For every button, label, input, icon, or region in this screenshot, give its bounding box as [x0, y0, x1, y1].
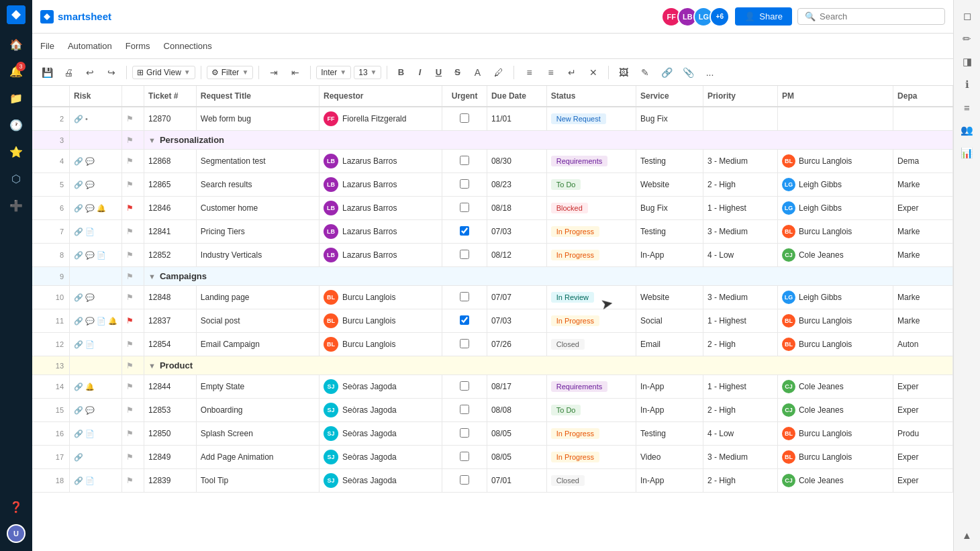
user-avatar[interactable]: U [7, 524, 26, 543]
group-collapse-arrow[interactable]: ▼ [148, 272, 156, 281]
flag-cell[interactable]: ⚑ [121, 286, 144, 309]
comment-icon[interactable]: 💬 [85, 251, 95, 260]
urgent-checkbox[interactable] [460, 381, 469, 391]
bold-button[interactable]: B [393, 64, 409, 81]
search-input[interactable] [820, 11, 938, 21]
flag-cell[interactable]: ⚑ [121, 399, 144, 422]
menu-file[interactable]: File [40, 37, 54, 55]
table-row[interactable]: 15 🔗💬 ⚑ 12853 Onboarding SJ Seòras Jagod… [32, 399, 953, 422]
urgent-cell[interactable] [442, 150, 487, 173]
bell-icon[interactable]: 🔔 [108, 317, 117, 325]
link-icon[interactable]: 🔗 [74, 115, 83, 123]
flag-cell[interactable]: ⚑ [121, 333, 144, 356]
col-header-title[interactable]: Request Title [196, 86, 319, 107]
table-row[interactable]: 7 🔗📄 ⚑ 12841 Pricing Tiers LB Lazarus Ba… [32, 220, 953, 244]
menu-automation[interactable]: Automation [68, 37, 112, 55]
align-left-button[interactable]: ≡ [520, 63, 538, 82]
flag-cell[interactable]: ⚑ [121, 173, 144, 197]
sidebar-icon-recent[interactable]: 🕐 [4, 113, 28, 137]
urgent-checkbox[interactable] [460, 405, 469, 414]
align-right-button[interactable]: ≡ [541, 63, 560, 82]
indent-button[interactable]: ⇥ [264, 63, 283, 82]
link-icon[interactable]: 🔗 [74, 251, 83, 260]
urgent-checkbox[interactable] [460, 226, 469, 236]
copy-icon[interactable]: 📄 [85, 340, 95, 349]
flag-cell[interactable]: ⚑ [121, 107, 144, 131]
more-button[interactable]: ... [700, 63, 719, 82]
urgent-checkbox[interactable] [460, 339, 469, 348]
undo-button[interactable]: ↩ [81, 63, 99, 82]
flag-icon[interactable]: ⚑ [126, 452, 134, 462]
copy-icon[interactable]: 📄 [85, 477, 95, 485]
group-collapse-arrow[interactable]: ▼ [148, 362, 156, 370]
table-row[interactable]: 16 🔗📄 ⚑ 12850 Splash Screen SJ Seòras Ja… [32, 422, 953, 446]
table-row[interactable]: 12 🔗📄 ⚑ 12854 Email Campaign BL Burcu La… [32, 333, 953, 356]
comment-icon[interactable]: 💬 [85, 204, 95, 213]
table-row[interactable]: 10 🔗💬 ⚑ 12848 Landing page BL Burcu Lang… [32, 286, 953, 309]
right-panel-icon-activity[interactable]: ◻ [957, 5, 978, 27]
table-row[interactable]: 17 🔗 ⚑ 12849 Add Page Animation SJ Seòra… [32, 446, 953, 469]
link-icon[interactable]: 🔗 [74, 317, 83, 325]
col-header-service[interactable]: Service [636, 86, 703, 107]
bell-icon[interactable]: 🔔 [97, 204, 106, 213]
urgent-cell[interactable] [442, 422, 487, 446]
flag-cell[interactable]: ⚑ [121, 375, 144, 399]
table-row[interactable]: 13 ⚑ ▼ Product [32, 356, 953, 375]
link-icon[interactable]: 🔗 [74, 406, 83, 415]
flag-icon[interactable]: ⚑ [126, 203, 134, 213]
table-row[interactable]: 11 🔗💬📄🔔 ⚑ 12837 Social post BL Burcu Lan… [32, 309, 953, 333]
comment-icon[interactable]: 💬 [85, 293, 95, 302]
copy-icon[interactable]: 📄 [85, 228, 95, 236]
copy-icon[interactable]: 📄 [97, 251, 106, 260]
filter-selector[interactable]: ⚙ Filter ▼ [207, 66, 254, 79]
copy-icon[interactable]: 📄 [85, 430, 95, 438]
urgent-cell[interactable] [442, 107, 487, 131]
urgent-checkbox[interactable] [460, 156, 469, 165]
urgent-checkbox[interactable] [460, 428, 469, 438]
urgent-cell[interactable] [442, 173, 487, 197]
urgent-cell[interactable] [442, 333, 487, 356]
col-header-status[interactable]: Status [546, 86, 636, 107]
image-button[interactable]: 🖼 [614, 63, 633, 82]
flag-icon[interactable]: ⚑ [126, 180, 134, 189]
copy-icon[interactable]: 📄 [97, 317, 106, 325]
link-icon[interactable]: 🔗 [74, 204, 83, 213]
flag-icon[interactable]: ⚑ [126, 293, 134, 302]
menu-forms[interactable]: Forms [126, 37, 150, 55]
table-row[interactable]: 5 🔗💬 ⚑ 12865 Search results LB Lazarus B… [32, 173, 953, 197]
underline-button[interactable]: U [430, 64, 446, 81]
link-icon[interactable]: 🔗 [74, 293, 83, 302]
urgent-cell[interactable] [442, 309, 487, 333]
right-panel-icon-info[interactable]: ℹ [957, 74, 978, 95]
table-row[interactable]: 9 ⚑ ▼ Campaigns [32, 267, 953, 286]
urgent-checkbox[interactable] [460, 203, 469, 212]
font-selector[interactable]: Inter ▼ [316, 66, 351, 79]
link-icon[interactable]: 🔗 [74, 181, 83, 189]
link-icon[interactable]: 🔗 [74, 340, 83, 349]
col-header-pm[interactable]: PM [777, 86, 893, 107]
menu-connections[interactable]: Connections [164, 37, 212, 55]
flag-outline-icon[interactable]: • [85, 115, 88, 123]
col-header-risk[interactable]: Risk [70, 86, 122, 107]
flag-cell[interactable]: ⚑ [121, 446, 144, 469]
flag-cell[interactable]: ⚑ [121, 309, 144, 333]
flag-icon[interactable]: ⚑ [126, 476, 134, 485]
flag-icon[interactable]: ⚑ [126, 429, 134, 438]
flag-icon[interactable]: ⚑ [126, 316, 134, 325]
urgent-checkbox[interactable] [460, 315, 469, 325]
table-row[interactable]: 8 🔗💬📄 ⚑ 12852 Industry Verticals LB Laza… [32, 244, 953, 267]
link-icon[interactable]: 🔗 [74, 430, 83, 438]
flag-icon[interactable]: ⚑ [126, 227, 134, 236]
collaborator-more-badge[interactable]: +6 [709, 7, 730, 27]
sidebar-icon-folders[interactable]: 📁 [4, 86, 28, 110]
app-logo-icon[interactable] [7, 5, 26, 24]
link-icon[interactable]: 🔗 [74, 228, 83, 236]
urgent-checkbox[interactable] [460, 475, 469, 485]
table-row[interactable]: 18 🔗📄 ⚑ 12839 Tool Tip SJ Seòras Jagoda … [32, 469, 953, 493]
draw-button[interactable]: ✎ [636, 63, 654, 82]
table-row[interactable]: 3 ⚑ ▼ Personalization [32, 131, 953, 150]
save-button[interactable]: 💾 [38, 63, 56, 82]
attach-button[interactable]: 📎 [679, 63, 697, 82]
search-box[interactable]: 🔍 [797, 8, 945, 25]
sidebar-icon-help[interactable]: ❓ [4, 495, 28, 519]
